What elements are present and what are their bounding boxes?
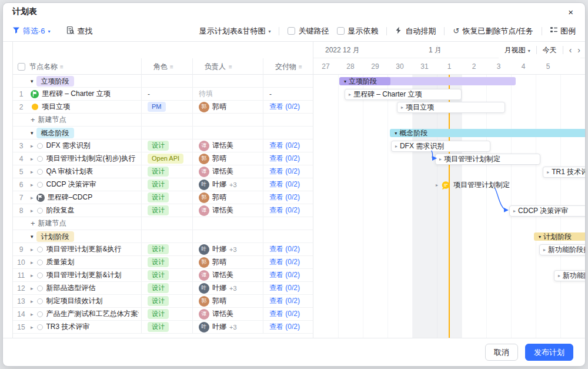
role-cell: 设计	[141, 243, 192, 255]
deliverable-link[interactable]: 查看 (0/2)	[269, 167, 300, 177]
deliverable-link[interactable]: 查看 (0/2)	[269, 270, 300, 280]
group-expander-icon[interactable]: ▾	[31, 78, 34, 84]
node-name-cell[interactable]: 项目立项	[29, 101, 141, 113]
node-name-cell[interactable]: ▸QA 审核计划表	[29, 165, 141, 178]
stage-expander-icon[interactable]: ▾	[539, 234, 541, 240]
node-name-cell[interactable]: ▸质量策划	[29, 256, 141, 268]
critical-path-checkbox[interactable]: 关键路径	[288, 26, 329, 36]
row-expander-icon[interactable]: ▸	[31, 182, 34, 188]
deliverable-link[interactable]: 查看 (0/2)	[269, 205, 300, 215]
group-expander-icon[interactable]: ▾	[31, 234, 34, 240]
row-expander-icon[interactable]: ▸	[31, 169, 34, 175]
owner-extra-count: +3	[229, 181, 237, 188]
comment-expander-icon: ▸	[436, 182, 438, 188]
column-header-role[interactable]: 角色 ≡	[141, 58, 192, 75]
node-name-cell[interactable]: ▸TR3 技术评审	[29, 321, 141, 333]
view-scale-select[interactable]: 月视图 ▾	[505, 45, 530, 55]
row-expander-icon[interactable]: ▸	[31, 285, 34, 291]
gantt-controls: 月视图 ▾ 今天 ‹ ›	[499, 42, 580, 58]
cancel-button[interactable]: 取消	[485, 344, 518, 361]
task-bar[interactable]: ▸新功能阶段推广	[539, 244, 585, 255]
node-name-cell[interactable]: ▸项目管理计划更新&计划	[29, 269, 141, 281]
node-name-cell[interactable]: ▸项目管理计划更新&执行	[29, 243, 141, 255]
checkbox-icon[interactable]	[288, 27, 295, 35]
row-expander-icon[interactable]: ▸	[31, 260, 34, 265]
deliverable-link[interactable]: 查看 (0/2)	[269, 257, 300, 267]
stage-expander-icon[interactable]: ▾	[344, 79, 346, 84]
deliverable-cell: 查看 (0/2)	[263, 282, 313, 294]
node-name-cell[interactable]: ▸阶段复盘	[29, 204, 141, 217]
deliverable-link[interactable]: 查看 (0/2)	[269, 102, 300, 112]
role-cell: 设计	[141, 191, 192, 204]
row-expander-icon[interactable]: ▸	[31, 272, 34, 278]
table-row: 5▸QA 审核计划表设计谭谭恬美查看 (0/2)	[13, 165, 313, 178]
node-name-cell[interactable]: 里程碑 – Charter 立项	[29, 88, 141, 100]
today-button[interactable]: 今天	[543, 45, 557, 55]
row-index-cell: 7	[13, 191, 29, 204]
row-expander-icon[interactable]: ▸	[31, 195, 34, 201]
legend-button[interactable]: 图例	[550, 26, 576, 36]
node-name-cell[interactable]: ▸新部品选型评估	[29, 282, 141, 294]
task-bar[interactable]: ▸TR1 技术评审	[543, 167, 585, 178]
stage-bar[interactable]: ▾概念阶段	[390, 129, 585, 137]
next-page-icon[interactable]: ›	[577, 46, 580, 54]
auto-schedule-button[interactable]: 自动排期	[395, 26, 436, 36]
row-expander-icon[interactable]: ▸	[31, 298, 34, 304]
node-name-cell[interactable]: ▸产品生产测试和工艺总体方案设计	[29, 308, 141, 320]
row-expander-icon[interactable]: ▸	[31, 208, 34, 214]
view-mode-select[interactable]: 显示计划表&甘特图 ▾	[199, 26, 271, 36]
node-name-cell[interactable]: ▾立项阶段	[29, 75, 141, 87]
row-expander-icon[interactable]: ▸	[31, 311, 34, 317]
deliverable-link[interactable]: 查看 (0/2)	[269, 141, 300, 151]
node-name-cell[interactable]: ▸DFX 需求识别	[29, 139, 141, 152]
search-button[interactable]: 查找	[66, 26, 93, 36]
deliverable-link[interactable]: 查看 (0/2)	[269, 296, 300, 306]
role-chip: 设计	[148, 257, 169, 267]
filter-button[interactable]: 筛选·6 ▾	[12, 26, 51, 36]
checkbox-icon[interactable]	[337, 27, 345, 35]
deliverable-link[interactable]: 查看 (0/2)	[269, 309, 300, 319]
select-all-checkbox[interactable]	[18, 63, 25, 71]
close-button[interactable]: ×	[566, 6, 576, 18]
node-name: 阶段复盘	[46, 205, 75, 215]
column-header-owner[interactable]: 负责人 ≡	[192, 58, 263, 75]
deliverable-link[interactable]: 查看 (0/2)	[269, 154, 300, 164]
stage-expander-icon[interactable]: ▾	[395, 131, 397, 136]
add-node-button[interactable]: +新建节点	[29, 217, 141, 230]
node-name-cell[interactable]: ▸制定项目绩效计划	[29, 295, 141, 307]
task-bar[interactable]: ▸里程碑 – Charter 立项	[345, 89, 462, 100]
task-bar[interactable]: ▸项目管理计划制定	[435, 154, 540, 165]
node-name-cell[interactable]: ▾概念阶段	[29, 127, 141, 139]
node-name-cell[interactable]: ▸项目管理计划制定(初步)执行	[29, 152, 141, 165]
comment-item[interactable]: ▸项目管理计划制定	[436, 180, 510, 190]
deliverable-link[interactable]: 查看 (0/2)	[269, 179, 300, 190]
task-bar[interactable]: ▸CDCP 决策评审	[509, 205, 585, 217]
stage-bar[interactable]: ▾立项阶段	[339, 77, 516, 85]
legend-label: 图例	[560, 26, 576, 36]
stage-bar[interactable]: ▾计划阶段	[534, 232, 585, 241]
row-expander-icon[interactable]: ▸	[31, 143, 34, 149]
row-expander-icon[interactable]: ▸	[31, 247, 34, 252]
column-header-deliverable[interactable]: 交付物 ≡	[263, 58, 313, 75]
deliverable-link[interactable]: 查看 (0/2)	[269, 283, 300, 293]
restore-deleted-button[interactable]: ↺ 恢复已删除节点/任务	[453, 26, 533, 36]
publish-plan-button[interactable]: 发布计划	[525, 344, 573, 361]
task-bar[interactable]: ▸项目立项	[397, 102, 505, 113]
row-expander-icon[interactable]: ▸	[31, 156, 34, 162]
task-bar[interactable]: ▸新功能阶段推广	[554, 270, 585, 281]
deliverable-link[interactable]: 查看 (0/2)	[269, 244, 300, 254]
add-node-button[interactable]: +新建节点	[29, 114, 141, 126]
node-name-cell[interactable]: ▸里程碑–CDCP	[29, 191, 141, 204]
deliverable-link[interactable]: 查看 (0/2)	[269, 192, 300, 202]
prev-page-icon[interactable]: ‹	[569, 46, 572, 54]
column-header-node-name[interactable]: 节点名称 ≡	[29, 58, 141, 75]
task-bar[interactable]: ▸DFX 需求识别	[391, 141, 490, 152]
node-name-cell[interactable]: ▸CDCP 决策评审	[29, 178, 141, 191]
task-expander-icon: ▸	[543, 247, 546, 252]
row-expander-icon[interactable]: ▸	[31, 324, 34, 330]
show-dependency-checkbox[interactable]: 显示依赖	[337, 26, 378, 36]
deliverable-link[interactable]: 查看 (0/2)	[269, 322, 300, 332]
group-expander-icon[interactable]: ▾	[31, 130, 34, 136]
row-index-cell: 1	[13, 88, 29, 100]
node-name-cell[interactable]: ▾计划阶段	[29, 230, 141, 242]
